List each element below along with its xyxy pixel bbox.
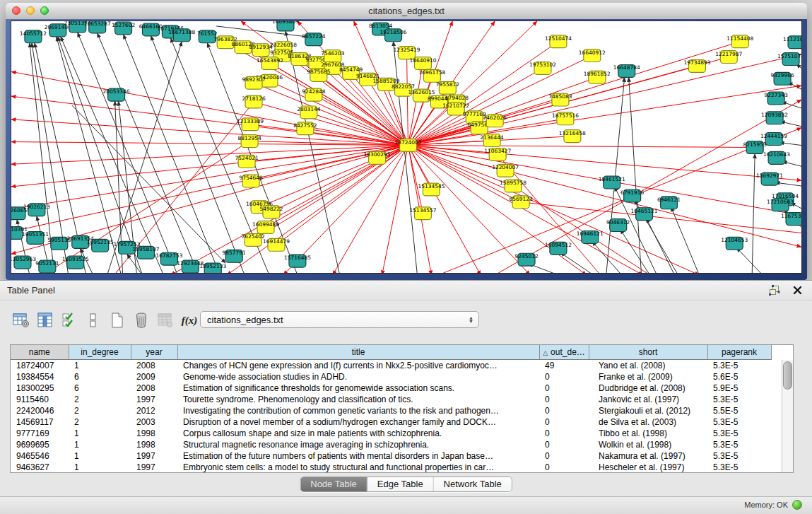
graph-node[interactable]: 14055712 [20,30,47,43]
table-column-icon[interactable] [35,311,55,329]
graph-node[interactable]: 11675309 [781,213,801,226]
minimize-window-button[interactable] [26,6,35,15]
graph-node[interactable]: 9754648 [239,175,262,187]
table-row[interactable]: 1830029562008Estimation of significance … [11,382,771,394]
graph-node[interactable]: 2803144 [297,106,320,119]
graph-node[interactable]: 6946121 [657,197,681,209]
graph-node[interactable]: 8857224 [302,33,325,46]
graph-node[interactable]: 1527602 [112,22,135,35]
table-row[interactable]: 911546021997Tourette syndrome. Phenomeno… [11,394,771,405]
graph-node[interactable]: 15692971 [756,173,783,185]
graph-node[interactable]: 10952135 [87,239,114,252]
tab-node-table[interactable]: Node Table [300,477,367,491]
graph-node[interactable]: 11154408 [726,35,753,48]
graph-node[interactable]: 16099489 [252,221,279,234]
graph-node[interactable]: 16914479 [263,238,290,251]
table-row[interactable]: 1938455462009Genome-wide association stu… [11,371,771,382]
column-header-year[interactable]: year [131,345,177,360]
graph-node[interactable]: 8427552 [293,122,317,135]
graph-node[interactable]: 15895758 [500,180,526,192]
delete-table-icon[interactable] [131,311,151,329]
graph-node[interactable]: 7524021 [235,155,258,168]
column-header-pagerank[interactable]: pagerank [707,345,771,360]
graph-node[interactable]: 9242848 [302,88,325,101]
graph-node[interactable]: 9046312 [606,219,630,232]
graph-node[interactable]: 5498222 [259,206,283,218]
graph-node[interactable]: 19026213 [23,204,50,216]
graph-node[interactable]: 19734893 [683,60,710,73]
graph-node[interactable]: 19051351 [22,231,49,244]
table-row[interactable]: 1872400712008Changes of HCN gene express… [11,360,771,372]
new-table-icon[interactable] [107,311,127,329]
table-row[interactable]: 946554611997Estimation of the future num… [11,450,771,462]
graph-node[interactable]: 9892307 [242,76,265,89]
graph-node[interactable]: 12104653 [721,237,748,250]
graph-node[interactable]: 10952133 [199,263,226,273]
table-scrollbar[interactable] [782,360,793,472]
graph-node[interactable]: 16671388 [168,29,195,42]
graph-node[interactable]: 15134545 [418,183,445,196]
column-header-short[interactable]: short [589,345,707,360]
graph-node[interactable]: 17210663 [767,199,794,211]
graph-node[interactable]: 7955812 [436,81,459,94]
graph-node[interactable]: 2718126 [242,95,265,108]
graph-node[interactable]: 6791916 [620,189,644,202]
graph-node[interactable]: 8912934 [249,44,272,57]
table-selector-dropdown[interactable]: citations_edges.txt ▲▼ [200,311,479,328]
close-panel-button[interactable] [791,284,804,296]
close-window-button[interactable] [12,6,20,15]
row-options-icon[interactable] [83,311,103,329]
graph-node[interactable]: 7462026 [483,115,507,127]
column-header-name[interactable]: name [11,345,69,360]
graph-node[interactable]: 18961852 [584,71,611,83]
graph-node[interactable]: 12217987 [715,51,742,64]
table-row[interactable]: 969969511998Structural magnetic resonanc… [11,439,771,450]
graph-node[interactable]: 9227343 [764,92,787,105]
graph-node[interactable]: 9857791 [223,250,246,262]
graph-node[interactable]: 15134557 [409,207,436,220]
graph-node[interactable]: 8812954 [237,135,261,148]
graph-node[interactable]: 19753102 [529,62,556,74]
table-settings-icon[interactable] [11,311,31,329]
graph-node[interactable]: 12510474 [545,35,572,48]
graph-node[interactable]: 8569123 [509,196,532,209]
table-row[interactable]: 977716911998Corpus callosum shape and si… [11,428,771,439]
graph-node[interactable]: 9052131 [35,260,59,273]
float-panel-button[interactable] [768,284,781,296]
graph-node[interactable]: 15716485 [284,255,311,267]
graph-node[interactable]: 16094512 [545,242,572,255]
graph-node[interactable]: 16093525 [62,256,89,269]
graph-node[interactable]: 16946121 [577,230,604,243]
graph-node[interactable]: 19218506 [380,29,407,42]
graph-node[interactable]: 7485083 [548,93,572,106]
zoom-window-button[interactable] [40,6,49,15]
network-graph[interactable]: 1405571220691406230513741065328715276026… [11,21,801,273]
network-canvas[interactable]: 1405571220691406230513741065328715276026… [11,21,802,274]
graph-node[interactable]: 10653287 [84,21,111,33]
table-row[interactable]: 946362711997Embryonic stem cells: a mode… [11,462,771,473]
graph-node[interactable]: 20053346 [103,88,130,101]
function-builder-icon[interactable]: f(x) [180,311,199,329]
graph-node[interactable]: 18461521 [599,176,625,189]
graph-node[interactable]: 9875685 [307,69,330,81]
window-titlebar[interactable]: citations_edges.txt [6,3,807,20]
graph-node[interactable]: 7546203 [321,50,344,63]
graph-node[interactable]: 18640910 [409,57,436,70]
graph-node[interactable]: 16093809 [272,21,299,31]
graph-node[interactable]: 16648784 [613,64,640,77]
table-row[interactable]: 1456911722003Disruption of a novel membe… [11,416,771,428]
column-header-in_degree[interactable]: in_degree [69,345,131,360]
graph-node[interactable]: 16543892 [257,57,283,70]
graph-node[interactable]: 9245012 [514,253,538,266]
graph-node[interactable]: 11121043 [783,36,801,49]
graph-node[interactable]: 13216458 [559,130,586,143]
graph-node[interactable]: 2136444 [481,134,504,147]
graph-node[interactable]: 11063427 [484,148,511,160]
table-scrollbar-thumb[interactable] [783,361,792,390]
column-header-title[interactable]: title [177,345,539,360]
graph-node[interactable]: 13052963 [11,256,36,269]
graph-node[interactable]: 15751074 [777,53,801,66]
column-header-out_degree[interactable]: △out_de… [539,345,589,360]
graph-node[interactable]: 16961758 [418,69,445,82]
table-row[interactable]: 2242004622012Investigating the contribut… [11,405,771,416]
